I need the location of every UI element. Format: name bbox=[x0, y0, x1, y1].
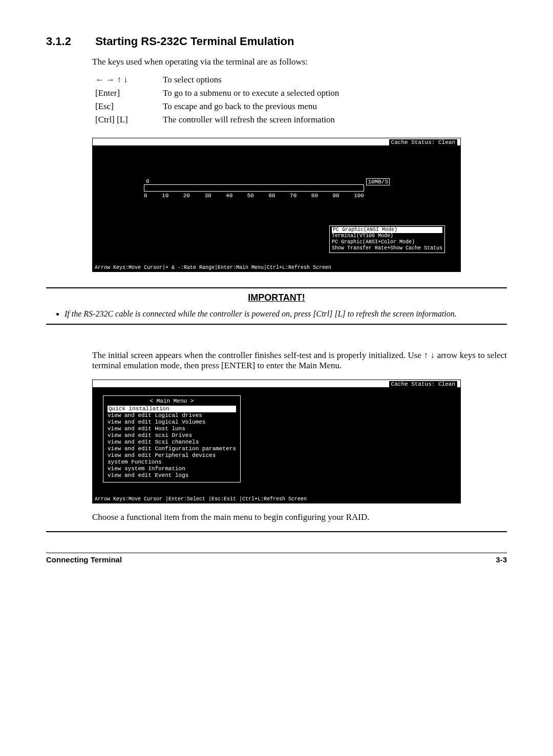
intro-text: The keys used when operating via the ter… bbox=[92, 57, 507, 67]
menu-title: < Main Menu > bbox=[108, 398, 236, 405]
footer-left: Connecting Terminal bbox=[46, 555, 122, 564]
body-paragraph: Choose a functional item from the main m… bbox=[92, 512, 507, 522]
menu-item: view and edit Configuration parameters bbox=[108, 446, 236, 452]
tick: 30 bbox=[204, 193, 211, 199]
mode-item-selected: PC Graphic(ANSI Mode) bbox=[332, 227, 442, 233]
menu-item: view and edit logical Volumes bbox=[108, 419, 236, 426]
menu-item: system Functions bbox=[108, 459, 236, 466]
cache-status-label: Cache Status: Clean bbox=[389, 381, 457, 387]
section-heading: 3.1.2 Starting RS-232C Terminal Emulatio… bbox=[46, 35, 507, 48]
tick: 70 bbox=[290, 193, 296, 199]
cache-status-label: Cache Status: Clean bbox=[389, 139, 457, 145]
tick: 20 bbox=[183, 193, 190, 199]
footer-rule bbox=[46, 531, 507, 532]
menu-item: view and edit Scsi channels bbox=[108, 439, 236, 446]
menu-item: view and edit Logical drives bbox=[108, 412, 236, 419]
mode-item: Show Transfer Rate+Show Cache Status bbox=[332, 245, 442, 251]
menu-item: view system Information bbox=[108, 466, 236, 472]
tick: 50 bbox=[247, 193, 254, 199]
tick: 10 bbox=[162, 193, 168, 199]
important-note-list: If the RS-232C cable is connected while … bbox=[55, 309, 507, 319]
desc-cell: To go to a submenu or to execute a selec… bbox=[160, 87, 342, 100]
table-row: [Enter]To go to a submenu or to execute … bbox=[92, 87, 342, 100]
body-paragraph: The initial screen appears when the cont… bbox=[92, 350, 507, 371]
desc-cell: The controller will refresh the screen i… bbox=[160, 113, 342, 127]
gauge-bar bbox=[144, 184, 364, 192]
menu-item: view and edit Event logs bbox=[108, 472, 236, 479]
terminal-footer: Arrow Keys:Move Cursor |Enter:Select |Es… bbox=[95, 496, 307, 502]
important-note: If the RS-232C cable is connected while … bbox=[65, 309, 507, 319]
terminal-screenshot-1: Cache Status: Clean 0 10MB/S 0 10 20 30 … bbox=[92, 138, 461, 272]
terminal-footer: Arrow Keys:Move Cursor|+ & -:Rate Range|… bbox=[95, 265, 331, 270]
footer-right: 3-3 bbox=[496, 555, 507, 564]
key-cell: ← → ↑ ↓ bbox=[92, 73, 160, 87]
page-footer: Connecting Terminal 3-3 bbox=[46, 553, 507, 564]
menu-item: view and edit Host luns bbox=[108, 426, 236, 432]
table-row: [Ctrl] [L]The controller will refresh th… bbox=[92, 113, 342, 127]
terminal-screenshot-2: Cache Status: Clean < Main Menu > Quick … bbox=[92, 380, 461, 503]
key-cell: [Ctrl] [L] bbox=[92, 113, 160, 127]
key-table: ← → ↑ ↓To select options [Enter]To go to… bbox=[92, 73, 342, 127]
gauge-ticks: 0 10 20 30 40 50 60 70 80 90 100 bbox=[144, 193, 364, 199]
table-row: ← → ↑ ↓To select options bbox=[92, 73, 342, 87]
tick: 0 bbox=[144, 193, 147, 199]
divider bbox=[46, 324, 507, 325]
desc-cell: To select options bbox=[160, 73, 342, 87]
gauge-zero: 0 bbox=[146, 178, 150, 184]
mode-item: Terminal(VT100 Mode) bbox=[332, 233, 442, 239]
divider bbox=[46, 287, 507, 288]
menu-item-selected: Quick installation bbox=[108, 406, 236, 412]
gauge-rate: 10MB/S bbox=[366, 178, 390, 185]
tick: 80 bbox=[311, 193, 318, 199]
menu-item: view and edit Peripheral devices bbox=[108, 452, 236, 459]
mode-item: PC Graphic(ANSI+Color Mode) bbox=[332, 239, 442, 245]
key-cell: [Enter] bbox=[92, 87, 160, 100]
tick: 90 bbox=[332, 193, 339, 199]
mode-menu: PC Graphic(ANSI Mode) Terminal(VT100 Mod… bbox=[329, 225, 445, 253]
tick: 100 bbox=[354, 193, 364, 199]
menu-item: view and edit scsi Drives bbox=[108, 432, 236, 439]
desc-cell: To escape and go back to the previous me… bbox=[160, 100, 342, 113]
table-row: [Esc]To escape and go back to the previo… bbox=[92, 100, 342, 113]
section-number: 3.1.2 bbox=[46, 35, 92, 48]
key-cell: [Esc] bbox=[92, 100, 160, 113]
main-menu-box: < Main Menu > Quick installation view an… bbox=[103, 395, 241, 482]
section-title: Starting RS-232C Terminal Emulation bbox=[95, 35, 294, 48]
tick: 40 bbox=[226, 193, 232, 199]
transfer-gauge: 0 10MB/S 0 10 20 30 40 50 60 70 80 90 10… bbox=[144, 184, 364, 199]
important-heading: IMPORTANT! bbox=[46, 292, 507, 303]
tick: 60 bbox=[268, 193, 275, 199]
